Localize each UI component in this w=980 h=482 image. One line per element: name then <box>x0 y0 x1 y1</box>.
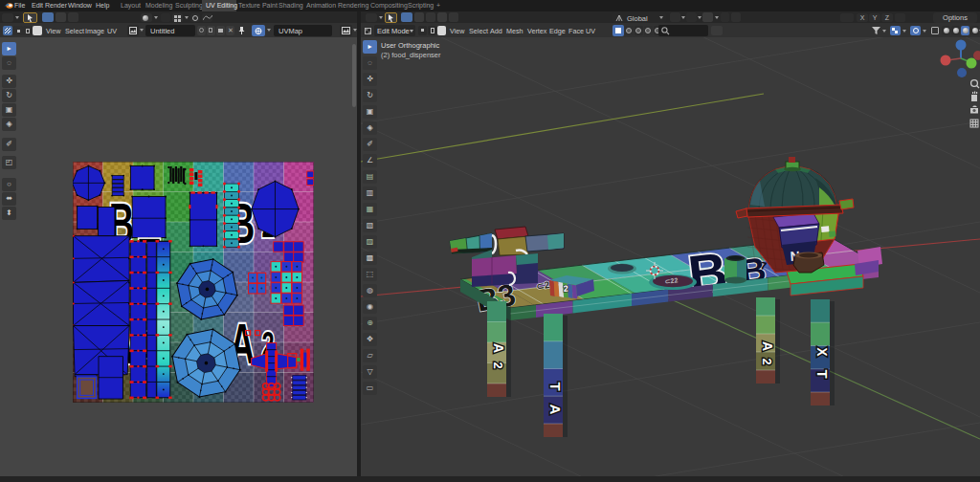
svg-text:X: X <box>814 347 830 357</box>
svg-text:T: T <box>814 369 831 378</box>
svg-text:A: A <box>547 405 564 415</box>
svg-text:2: 2 <box>491 362 505 368</box>
svg-text:A: A <box>491 343 506 353</box>
svg-text:2: 2 <box>563 284 568 294</box>
svg-text:2: 2 <box>760 358 774 364</box>
svg-text:A: A <box>760 341 775 351</box>
svg-text:T: T <box>547 382 564 390</box>
